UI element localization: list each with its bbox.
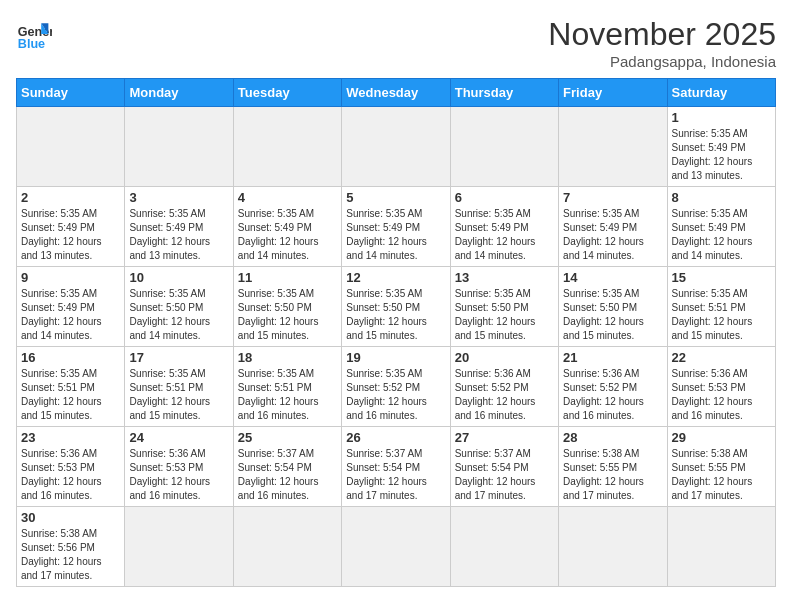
day-number: 24 — [129, 430, 228, 445]
day-info: Sunrise: 5:35 AM Sunset: 5:51 PM Dayligh… — [238, 367, 337, 423]
header-monday: Monday — [125, 79, 233, 107]
day-info: Sunrise: 5:35 AM Sunset: 5:52 PM Dayligh… — [346, 367, 445, 423]
day-info: Sunrise: 5:36 AM Sunset: 5:53 PM Dayligh… — [129, 447, 228, 503]
calendar-week-row: 2Sunrise: 5:35 AM Sunset: 5:49 PM Daylig… — [17, 187, 776, 267]
calendar-header-row: SundayMondayTuesdayWednesdayThursdayFrid… — [17, 79, 776, 107]
day-number: 6 — [455, 190, 554, 205]
day-info: Sunrise: 5:35 AM Sunset: 5:51 PM Dayligh… — [129, 367, 228, 423]
calendar-cell: 20Sunrise: 5:36 AM Sunset: 5:52 PM Dayli… — [450, 347, 558, 427]
calendar-cell — [450, 107, 558, 187]
header-saturday: Saturday — [667, 79, 775, 107]
day-number: 1 — [672, 110, 771, 125]
page-header: General Blue November 2025 Padangsappa, … — [16, 16, 776, 70]
day-number: 30 — [21, 510, 120, 525]
day-number: 5 — [346, 190, 445, 205]
header-sunday: Sunday — [17, 79, 125, 107]
day-info: Sunrise: 5:35 AM Sunset: 5:49 PM Dayligh… — [238, 207, 337, 263]
day-number: 19 — [346, 350, 445, 365]
calendar-cell — [342, 107, 450, 187]
day-info: Sunrise: 5:35 AM Sunset: 5:51 PM Dayligh… — [21, 367, 120, 423]
day-number: 27 — [455, 430, 554, 445]
day-number: 29 — [672, 430, 771, 445]
calendar-cell: 16Sunrise: 5:35 AM Sunset: 5:51 PM Dayli… — [17, 347, 125, 427]
calendar-week-row: 16Sunrise: 5:35 AM Sunset: 5:51 PM Dayli… — [17, 347, 776, 427]
calendar: SundayMondayTuesdayWednesdayThursdayFrid… — [16, 78, 776, 587]
calendar-cell: 11Sunrise: 5:35 AM Sunset: 5:50 PM Dayli… — [233, 267, 341, 347]
header-wednesday: Wednesday — [342, 79, 450, 107]
day-info: Sunrise: 5:35 AM Sunset: 5:49 PM Dayligh… — [672, 207, 771, 263]
day-info: Sunrise: 5:35 AM Sunset: 5:50 PM Dayligh… — [238, 287, 337, 343]
day-info: Sunrise: 5:35 AM Sunset: 5:51 PM Dayligh… — [672, 287, 771, 343]
calendar-cell: 17Sunrise: 5:35 AM Sunset: 5:51 PM Dayli… — [125, 347, 233, 427]
day-number: 15 — [672, 270, 771, 285]
day-info: Sunrise: 5:35 AM Sunset: 5:50 PM Dayligh… — [129, 287, 228, 343]
calendar-cell: 18Sunrise: 5:35 AM Sunset: 5:51 PM Dayli… — [233, 347, 341, 427]
calendar-cell: 9Sunrise: 5:35 AM Sunset: 5:49 PM Daylig… — [17, 267, 125, 347]
day-number: 20 — [455, 350, 554, 365]
calendar-cell: 30Sunrise: 5:38 AM Sunset: 5:56 PM Dayli… — [17, 507, 125, 587]
calendar-cell: 26Sunrise: 5:37 AM Sunset: 5:54 PM Dayli… — [342, 427, 450, 507]
day-info: Sunrise: 5:37 AM Sunset: 5:54 PM Dayligh… — [455, 447, 554, 503]
day-number: 2 — [21, 190, 120, 205]
calendar-cell: 10Sunrise: 5:35 AM Sunset: 5:50 PM Dayli… — [125, 267, 233, 347]
calendar-cell — [233, 107, 341, 187]
calendar-cell — [17, 107, 125, 187]
day-number: 3 — [129, 190, 228, 205]
day-info: Sunrise: 5:37 AM Sunset: 5:54 PM Dayligh… — [238, 447, 337, 503]
day-number: 8 — [672, 190, 771, 205]
day-number: 4 — [238, 190, 337, 205]
day-number: 13 — [455, 270, 554, 285]
day-info: Sunrise: 5:37 AM Sunset: 5:54 PM Dayligh… — [346, 447, 445, 503]
location: Padangsappa, Indonesia — [548, 53, 776, 70]
calendar-cell: 12Sunrise: 5:35 AM Sunset: 5:50 PM Dayli… — [342, 267, 450, 347]
day-number: 23 — [21, 430, 120, 445]
header-tuesday: Tuesday — [233, 79, 341, 107]
calendar-cell: 13Sunrise: 5:35 AM Sunset: 5:50 PM Dayli… — [450, 267, 558, 347]
month-title: November 2025 — [548, 16, 776, 53]
day-info: Sunrise: 5:36 AM Sunset: 5:53 PM Dayligh… — [672, 367, 771, 423]
calendar-cell: 21Sunrise: 5:36 AM Sunset: 5:52 PM Dayli… — [559, 347, 667, 427]
day-info: Sunrise: 5:35 AM Sunset: 5:50 PM Dayligh… — [455, 287, 554, 343]
day-number: 28 — [563, 430, 662, 445]
day-info: Sunrise: 5:38 AM Sunset: 5:56 PM Dayligh… — [21, 527, 120, 583]
day-info: Sunrise: 5:35 AM Sunset: 5:50 PM Dayligh… — [346, 287, 445, 343]
calendar-cell: 25Sunrise: 5:37 AM Sunset: 5:54 PM Dayli… — [233, 427, 341, 507]
calendar-cell: 22Sunrise: 5:36 AM Sunset: 5:53 PM Dayli… — [667, 347, 775, 427]
calendar-cell: 23Sunrise: 5:36 AM Sunset: 5:53 PM Dayli… — [17, 427, 125, 507]
calendar-cell — [125, 107, 233, 187]
calendar-cell: 19Sunrise: 5:35 AM Sunset: 5:52 PM Dayli… — [342, 347, 450, 427]
day-number: 10 — [129, 270, 228, 285]
logo-icon: General Blue — [16, 16, 52, 52]
day-info: Sunrise: 5:35 AM Sunset: 5:49 PM Dayligh… — [21, 287, 120, 343]
calendar-cell — [342, 507, 450, 587]
calendar-cell: 27Sunrise: 5:37 AM Sunset: 5:54 PM Dayli… — [450, 427, 558, 507]
calendar-cell: 1Sunrise: 5:35 AM Sunset: 5:49 PM Daylig… — [667, 107, 775, 187]
day-info: Sunrise: 5:35 AM Sunset: 5:49 PM Dayligh… — [563, 207, 662, 263]
calendar-week-row: 1Sunrise: 5:35 AM Sunset: 5:49 PM Daylig… — [17, 107, 776, 187]
logo: General Blue — [16, 16, 52, 52]
calendar-cell: 15Sunrise: 5:35 AM Sunset: 5:51 PM Dayli… — [667, 267, 775, 347]
calendar-cell: 2Sunrise: 5:35 AM Sunset: 5:49 PM Daylig… — [17, 187, 125, 267]
day-info: Sunrise: 5:35 AM Sunset: 5:49 PM Dayligh… — [672, 127, 771, 183]
calendar-cell: 8Sunrise: 5:35 AM Sunset: 5:49 PM Daylig… — [667, 187, 775, 267]
day-info: Sunrise: 5:38 AM Sunset: 5:55 PM Dayligh… — [672, 447, 771, 503]
calendar-cell: 28Sunrise: 5:38 AM Sunset: 5:55 PM Dayli… — [559, 427, 667, 507]
day-number: 14 — [563, 270, 662, 285]
day-number: 25 — [238, 430, 337, 445]
calendar-week-row: 9Sunrise: 5:35 AM Sunset: 5:49 PM Daylig… — [17, 267, 776, 347]
calendar-week-row: 30Sunrise: 5:38 AM Sunset: 5:56 PM Dayli… — [17, 507, 776, 587]
calendar-cell: 5Sunrise: 5:35 AM Sunset: 5:49 PM Daylig… — [342, 187, 450, 267]
title-block: November 2025 Padangsappa, Indonesia — [548, 16, 776, 70]
calendar-cell: 29Sunrise: 5:38 AM Sunset: 5:55 PM Dayli… — [667, 427, 775, 507]
calendar-cell — [233, 507, 341, 587]
day-info: Sunrise: 5:36 AM Sunset: 5:52 PM Dayligh… — [563, 367, 662, 423]
calendar-cell: 6Sunrise: 5:35 AM Sunset: 5:49 PM Daylig… — [450, 187, 558, 267]
day-info: Sunrise: 5:36 AM Sunset: 5:52 PM Dayligh… — [455, 367, 554, 423]
calendar-cell — [450, 507, 558, 587]
calendar-week-row: 23Sunrise: 5:36 AM Sunset: 5:53 PM Dayli… — [17, 427, 776, 507]
calendar-cell: 24Sunrise: 5:36 AM Sunset: 5:53 PM Dayli… — [125, 427, 233, 507]
calendar-cell: 7Sunrise: 5:35 AM Sunset: 5:49 PM Daylig… — [559, 187, 667, 267]
calendar-cell — [667, 507, 775, 587]
calendar-cell — [559, 507, 667, 587]
day-info: Sunrise: 5:35 AM Sunset: 5:49 PM Dayligh… — [21, 207, 120, 263]
